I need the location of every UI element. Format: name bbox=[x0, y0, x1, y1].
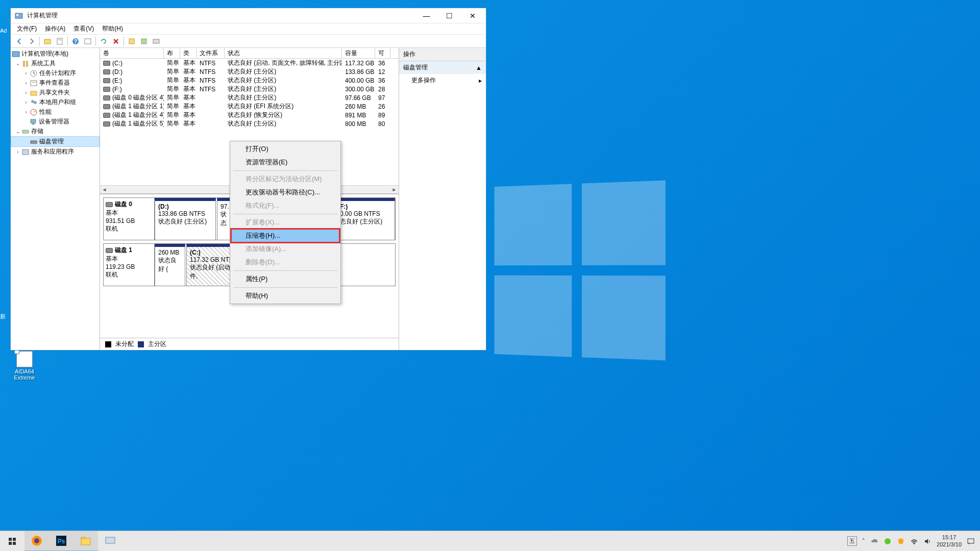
tree-system-tools[interactable]: ⌄ 系统工具 bbox=[11, 59, 100, 68]
ctx-help[interactable]: 帮助(H) bbox=[231, 289, 339, 303]
tree-root[interactable]: 计算机管理(本地) bbox=[11, 49, 100, 59]
menu-action[interactable]: 操作(A) bbox=[41, 23, 69, 34]
desktop-icon-aida64[interactable]: AIDA64 Extreme bbox=[10, 351, 39, 381]
disk1-partition-efi[interactable]: 260 MB 状态良好 ( bbox=[155, 244, 185, 286]
tree-local-users[interactable]: › 本地用户和组 bbox=[11, 97, 100, 107]
ctx-open[interactable]: 打开(O) bbox=[231, 142, 339, 156]
svg-rect-36 bbox=[106, 537, 115, 543]
menu-help[interactable]: 帮助(H) bbox=[98, 23, 127, 34]
maximize-button[interactable]: ☐ bbox=[438, 9, 461, 23]
taskbar-explorer[interactable] bbox=[74, 531, 98, 552]
svg-rect-17 bbox=[31, 91, 37, 95]
tray-chevron-icon[interactable]: ˄ bbox=[862, 538, 865, 544]
legend: 未分配 主分区 bbox=[100, 338, 399, 350]
tray-wifi-icon[interactable] bbox=[910, 537, 918, 545]
toolbar-folder-icon[interactable] bbox=[42, 36, 53, 47]
actions-more[interactable]: 更多操作▸ bbox=[399, 74, 486, 87]
minimize-button[interactable]: — bbox=[415, 9, 438, 23]
col-status[interactable]: 状态 bbox=[225, 48, 342, 58]
desktop-shortcut-crop[interactable]: Ad bbox=[0, 28, 7, 34]
volume-row[interactable]: (磁盘 1 磁盘分区 5)简单基本状态良好 (主分区)800 MB80 bbox=[100, 119, 399, 128]
disk0-partition-f[interactable]: F:) 0.00 GB NTFS 态良好 (主分区) bbox=[336, 198, 395, 240]
tray-volume-icon[interactable] bbox=[923, 537, 932, 545]
volume-row[interactable]: (磁盘 0 磁盘分区 4)简单基本状态良好 (主分区)97.66 GB97 bbox=[100, 93, 399, 102]
svg-rect-7 bbox=[85, 39, 91, 44]
menubar: 文件(F) 操作(A) 查看(V) 帮助(H) bbox=[11, 23, 486, 35]
toolbar-props-icon[interactable] bbox=[54, 36, 65, 47]
disk-0-label[interactable]: 磁盘 0 基本 931.51 GB 联机 bbox=[104, 198, 155, 240]
svg-rect-15 bbox=[31, 81, 37, 86]
navigation-tree: 计算机管理(本地) ⌄ 系统工具 › 任务计划程序 › 事件查看器 › 共享文件… bbox=[11, 48, 100, 350]
system-tray: 五 ˄ 15:17 2021/3/10 bbox=[842, 534, 980, 547]
svg-rect-26 bbox=[9, 538, 12, 541]
ime-indicator[interactable]: 五 bbox=[847, 536, 857, 546]
menu-view[interactable]: 查看(V) bbox=[69, 23, 98, 34]
actions-disk-mgmt[interactable]: 磁盘管理▲ bbox=[399, 61, 486, 74]
svg-point-37 bbox=[885, 538, 891, 544]
taskbar-firefox[interactable] bbox=[24, 531, 49, 552]
tray-clock[interactable]: 15:17 2021/3/10 bbox=[937, 534, 962, 547]
volume-row[interactable]: (E:)简单基本NTFS状态良好 (主分区)400.00 GB36 bbox=[100, 76, 399, 85]
toolbar-list-icon[interactable] bbox=[82, 36, 93, 47]
tray-wechat-icon[interactable] bbox=[884, 537, 892, 545]
volume-row[interactable]: (D:)简单基本NTFS状态良好 (主分区)133.86 GB12 bbox=[100, 67, 399, 76]
volume-row[interactable]: (磁盘 1 磁盘分区 1)简单基本状态良好 (EFI 系统分区)260 MB26 bbox=[100, 102, 399, 111]
tree-task-scheduler[interactable]: › 任务计划程序 bbox=[11, 68, 100, 78]
col-free[interactable]: 可 bbox=[375, 48, 390, 58]
app-icon bbox=[15, 12, 23, 20]
toolbar-new-icon[interactable] bbox=[126, 36, 137, 47]
tree-services[interactable]: › 服务和应用程序 bbox=[11, 147, 100, 157]
ctx-delete: 删除卷(D)... bbox=[231, 256, 339, 269]
svg-rect-23 bbox=[22, 130, 29, 133]
titlebar[interactable]: 计算机管理 — ☐ ✕ bbox=[11, 8, 486, 23]
tray-onedrive-icon[interactable] bbox=[870, 537, 878, 545]
tree-device-manager[interactable]: 设备管理器 bbox=[11, 117, 100, 127]
menu-file[interactable]: 文件(F) bbox=[13, 23, 41, 34]
col-type[interactable]: 类型 bbox=[180, 48, 197, 58]
tree-performance[interactable]: › 性能 bbox=[11, 107, 100, 117]
ctx-change-letter[interactable]: 更改驱动器号和路径(C)... bbox=[231, 186, 339, 199]
tray-defender-icon[interactable] bbox=[897, 537, 905, 545]
svg-rect-35 bbox=[81, 537, 85, 539]
svg-rect-3 bbox=[57, 38, 62, 44]
desktop-shortcut-crop2[interactable]: 新 bbox=[0, 313, 6, 320]
tree-shared-folders[interactable]: › 共享文件夹 bbox=[11, 88, 100, 97]
col-volume[interactable]: 卷 bbox=[100, 48, 164, 58]
ctx-extend: 扩展卷(X)... bbox=[231, 216, 339, 229]
volume-list-header[interactable]: 卷 布局 类型 文件系统 状态 容量 可 bbox=[100, 48, 399, 59]
ctx-shrink[interactable]: 压缩卷(H)... bbox=[231, 229, 339, 242]
toolbar-settings-icon[interactable] bbox=[151, 36, 162, 47]
toolbar-action-icon[interactable] bbox=[138, 36, 150, 47]
back-button[interactable] bbox=[14, 36, 25, 47]
help-icon[interactable]: ? bbox=[70, 36, 81, 47]
actions-panel: 操作 磁盘管理▲ 更多操作▸ bbox=[399, 48, 486, 350]
volume-row[interactable]: (磁盘 1 磁盘分区 4)简单基本状态良好 (恢复分区)891 MB89 bbox=[100, 111, 399, 119]
svg-rect-39 bbox=[968, 539, 974, 543]
svg-rect-9 bbox=[141, 39, 146, 44]
ctx-properties[interactable]: 属性(P) bbox=[231, 272, 339, 286]
col-fs[interactable]: 文件系统 bbox=[197, 48, 225, 58]
col-layout[interactable]: 布局 bbox=[164, 48, 180, 58]
taskbar-photoshop[interactable]: Ps bbox=[49, 531, 74, 552]
tray-notifications-icon[interactable] bbox=[967, 537, 975, 545]
volume-row[interactable]: (C:)简单基本NTFS状态良好 (启动, 页面文件, 故障转储, 主分区)11… bbox=[100, 59, 399, 67]
taskbar-compmgmt[interactable] bbox=[98, 531, 122, 552]
disk-1-label[interactable]: 磁盘 1 基本 119.23 GB 联机 bbox=[104, 244, 155, 286]
forward-button[interactable] bbox=[26, 36, 37, 47]
disk0-partition-d[interactable]: (D:) 133.86 GB NTFS 状态良好 (主分区) bbox=[155, 198, 216, 240]
tree-storage[interactable]: ⌄ 存储 bbox=[11, 127, 100, 136]
actions-header: 操作 bbox=[399, 48, 486, 61]
toolbar-refresh-icon[interactable] bbox=[98, 36, 109, 47]
chevron-right-icon: ▸ bbox=[479, 77, 482, 84]
legend-unallocated: 未分配 bbox=[115, 340, 134, 348]
tree-event-viewer[interactable]: › 事件查看器 bbox=[11, 78, 100, 88]
toolbar-delete-icon[interactable] bbox=[110, 36, 121, 47]
close-button[interactable]: ✕ bbox=[461, 9, 484, 23]
ctx-explorer[interactable]: 资源管理器(E) bbox=[231, 156, 339, 169]
start-button[interactable] bbox=[0, 531, 24, 552]
svg-rect-10 bbox=[153, 39, 159, 43]
collapse-icon: ▲ bbox=[476, 64, 482, 71]
col-capacity[interactable]: 容量 bbox=[342, 48, 375, 58]
tree-disk-management[interactable]: 磁盘管理 bbox=[11, 136, 100, 147]
volume-row[interactable]: (F:)简单基本NTFS状态良好 (主分区)300.00 GB28 bbox=[100, 85, 399, 93]
